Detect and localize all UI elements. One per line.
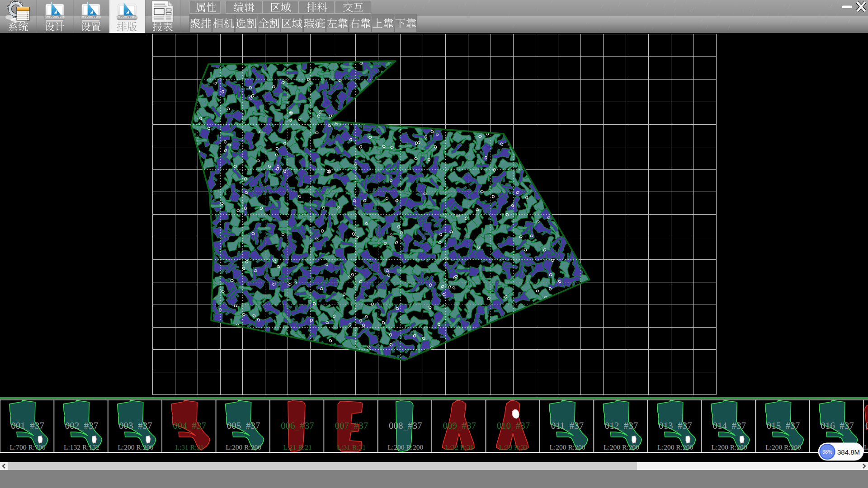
svg-text:L:200 R:200: L:200 R:200: [118, 443, 153, 451]
svg-text:001_#37: 001_#37: [11, 420, 44, 431]
svg-text:011_#37: 011_#37: [551, 420, 584, 431]
svg-text:L:33 R:33: L:33 R:33: [499, 443, 528, 451]
svg-text:L:31 R:31: L:31 R:31: [175, 443, 204, 451]
svg-text:L:200 R:200: L:200 R:200: [226, 443, 261, 451]
svg-text:005_#37: 005_#37: [227, 420, 260, 431]
svg-text:008_#37: 008_#37: [389, 420, 422, 431]
svg-text:0: 0: [865, 420, 868, 431]
svg-text:006_#37: 006_#37: [281, 420, 314, 431]
svg-text:L:200 R:200: L:200 R:200: [550, 443, 585, 451]
svg-text:384.8M: 384.8M: [837, 448, 860, 456]
svg-text:L:200 R:200: L:200 R:200: [657, 443, 693, 451]
svg-text:L:200 R:200: L:200 R:200: [712, 443, 747, 451]
svg-text:L:32 R:31: L:32 R:31: [445, 443, 474, 451]
svg-text:016_#37: 016_#37: [821, 420, 854, 431]
svg-text:L:132 R:132: L:132 R:132: [64, 443, 99, 451]
svg-text:013_#37: 013_#37: [659, 420, 692, 431]
svg-text:L:2: L:2: [864, 443, 868, 451]
svg-text:007_#37: 007_#37: [335, 420, 368, 431]
svg-text:012_#37: 012_#37: [605, 420, 638, 431]
svg-text:L:200 R:200: L:200 R:200: [765, 443, 801, 451]
svg-text:L:200 R:200: L:200 R:200: [604, 443, 639, 451]
svg-text:014_#37: 014_#37: [712, 420, 746, 431]
svg-text:L:31 R:31: L:31 R:31: [337, 443, 366, 451]
svg-text:009_#37: 009_#37: [443, 420, 476, 431]
svg-text:003_#37: 003_#37: [119, 420, 152, 431]
svg-text:002_#37: 002_#37: [65, 420, 99, 431]
svg-text:015_#37: 015_#37: [767, 420, 800, 431]
svg-text:L:21 R:21: L:21 R:21: [283, 443, 311, 451]
svg-text:L:200 R:200: L:200 R:200: [387, 443, 423, 451]
svg-text:004_#37: 004_#37: [173, 420, 206, 431]
svg-text:010_#37: 010_#37: [497, 420, 530, 431]
svg-text:L:700 R:700: L:700 R:700: [10, 443, 46, 451]
svg-text:38%: 38%: [822, 449, 832, 455]
